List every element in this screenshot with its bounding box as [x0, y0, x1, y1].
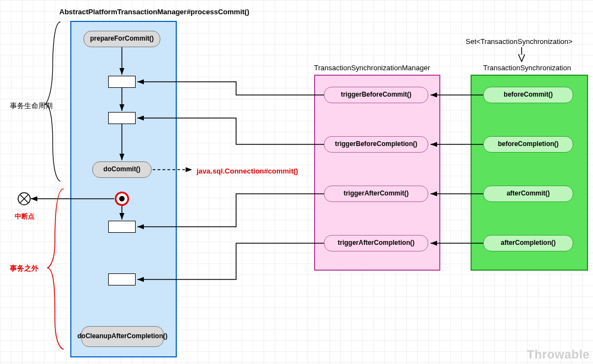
arrows-layer	[0, 0, 593, 364]
